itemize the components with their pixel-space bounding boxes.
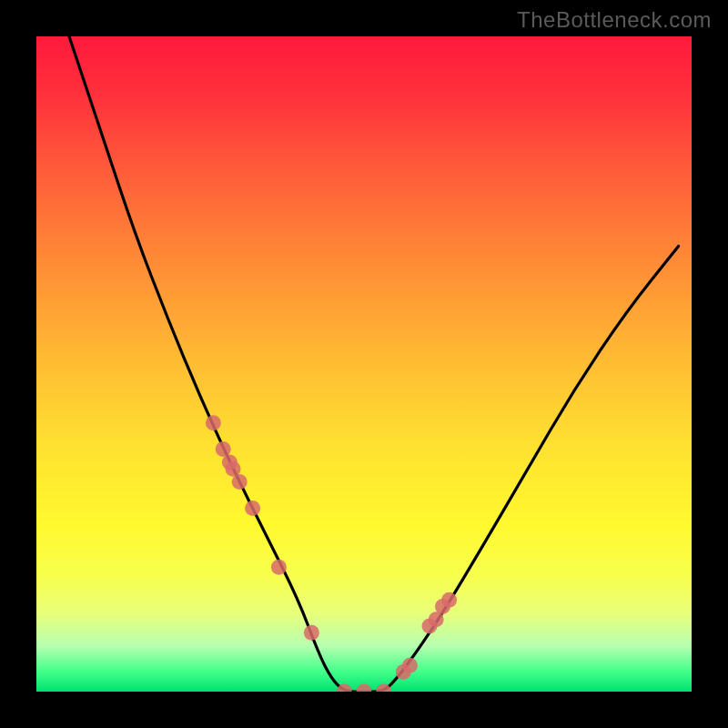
chart-frame: TheBottleneck.com bbox=[0, 0, 728, 728]
marker-dot bbox=[245, 500, 260, 516]
marker-dot bbox=[402, 658, 418, 673]
marker-dot bbox=[226, 461, 241, 477]
marker-dot bbox=[232, 474, 248, 490]
bottleneck-curve-svg bbox=[36, 36, 692, 692]
watermark-label: TheBottleneck.com bbox=[517, 7, 712, 33]
marker-dot bbox=[271, 560, 287, 575]
marker-dot bbox=[216, 441, 231, 457]
marker-dot bbox=[206, 415, 221, 430]
plot-area bbox=[36, 36, 692, 692]
marker-dot bbox=[357, 684, 372, 693]
marker-dot bbox=[304, 625, 319, 641]
marker-dot bbox=[441, 592, 457, 608]
marker-dot bbox=[429, 612, 444, 627]
bottleneck-curve-line bbox=[69, 36, 679, 692]
